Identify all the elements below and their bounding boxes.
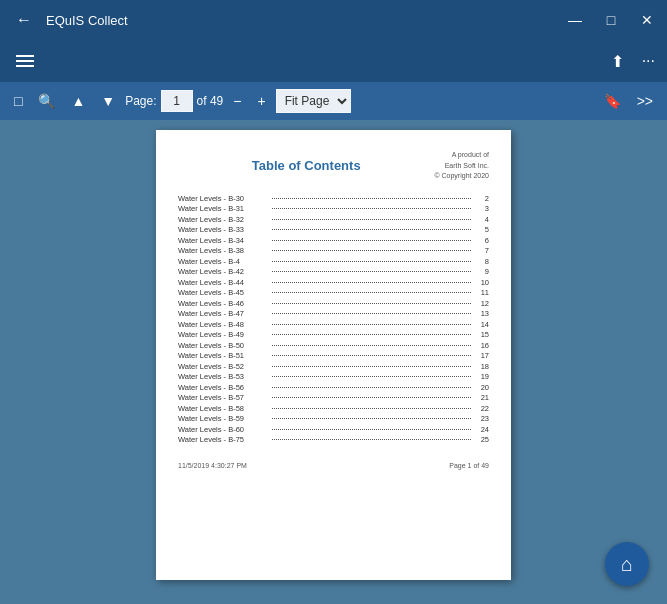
toc-label: Water Levels - B-60 (178, 425, 268, 434)
toc-label: Water Levels - B-58 (178, 404, 268, 413)
share-icon[interactable]: ⬆ (611, 52, 624, 71)
toc-label: Water Levels - B-33 (178, 225, 268, 234)
back-icon: ← (16, 11, 32, 29)
menu-bar-right: ⬆ ··· (611, 52, 655, 71)
toc-page-number: 9 (475, 267, 489, 276)
close-button[interactable]: ✕ (637, 12, 657, 28)
zoom-in-button[interactable]: + (251, 89, 271, 113)
toc-entry: Water Levels - B-5016 (178, 341, 489, 350)
toc-page-number: 6 (475, 236, 489, 245)
toc-page-number: 5 (475, 225, 489, 234)
page-navigation: Page: of 49 (125, 90, 223, 112)
toc-label: Water Levels - B-30 (178, 194, 268, 203)
toc-page-number: 13 (475, 309, 489, 318)
toolbar-more-button[interactable]: >> (631, 89, 659, 113)
down-arrow-icon: ▼ (101, 93, 115, 109)
toc-page-number: 8 (475, 257, 489, 266)
toc-label: Water Levels - B-44 (178, 278, 268, 287)
toc-dots (272, 240, 471, 241)
pdf-product-info: A product ofEarth Soft Inc.© Copyright 2… (434, 150, 489, 182)
toc-page-number: 7 (475, 246, 489, 255)
toc-dots (272, 439, 471, 440)
toc-entry: Water Levels - B-4612 (178, 299, 489, 308)
page-down-button[interactable]: ▼ (95, 89, 121, 113)
zoom-out-icon: − (233, 93, 241, 109)
toc-entry: Water Levels - B-4511 (178, 288, 489, 297)
maximize-button[interactable]: □ (601, 12, 621, 28)
toc-page-number: 24 (475, 425, 489, 434)
pdf-page: Table of Contents A product ofEarth Soft… (156, 130, 511, 580)
toc-label: Water Levels - B-75 (178, 435, 268, 444)
toc-page-number: 15 (475, 330, 489, 339)
toc-entry: Water Levels - B-5620 (178, 383, 489, 392)
pdf-header: Table of Contents A product ofEarth Soft… (178, 150, 489, 182)
toc-entry: Water Levels - B-5923 (178, 414, 489, 423)
hamburger-button[interactable] (12, 51, 38, 71)
toc-entry: Water Levels - B-5117 (178, 351, 489, 360)
page-total: of 49 (197, 94, 224, 108)
toc-dots (272, 271, 471, 272)
pdf-footer-date: 11/5/2019 4:30:27 PM (178, 462, 247, 469)
zoom-select[interactable]: Fit Page 50% 75% 100% 125% 150% (276, 89, 351, 113)
window-controls: — □ ✕ (565, 12, 657, 28)
toc-label: Water Levels - B-34 (178, 236, 268, 245)
title-bar: ← EQuIS Collect — □ ✕ (0, 0, 667, 40)
page-number-input[interactable] (161, 90, 193, 112)
menu-bar: ⬆ ··· (0, 40, 667, 82)
toc-label: Water Levels - B-56 (178, 383, 268, 392)
hamburger-line (16, 60, 34, 62)
page-up-button[interactable]: ▲ (65, 89, 91, 113)
toc-entry: Water Levels - B-313 (178, 204, 489, 213)
toc-entry: Water Levels - B-4915 (178, 330, 489, 339)
back-button[interactable]: ← (10, 6, 38, 34)
toc-entry: Water Levels - B-6024 (178, 425, 489, 434)
toc-page-number: 3 (475, 204, 489, 213)
toc-page-number: 23 (475, 414, 489, 423)
toc-page-number: 21 (475, 393, 489, 402)
toc-dots (272, 408, 471, 409)
toc-entry: Water Levels - B-7525 (178, 435, 489, 444)
toc-label: Water Levels - B-50 (178, 341, 268, 350)
toc-entry: Water Levels - B-346 (178, 236, 489, 245)
toc-dots (272, 219, 471, 220)
toc-entry: Water Levels - B-4410 (178, 278, 489, 287)
toc-dots (272, 229, 471, 230)
toc-entry: Water Levels - B-5319 (178, 372, 489, 381)
toc-entry: Water Levels - B-4713 (178, 309, 489, 318)
page-label: Page: (125, 94, 156, 108)
toc-entry: Water Levels - B-4814 (178, 320, 489, 329)
toc-page-number: 12 (475, 299, 489, 308)
toc-label: Water Levels - B-51 (178, 351, 268, 360)
home-button[interactable]: ⌂ (605, 542, 649, 586)
zoom-out-button[interactable]: − (227, 89, 247, 113)
toolbar: □ 🔍 ▲ ▼ Page: of 49 − + Fit Page 50% 75%… (0, 82, 667, 120)
toc-dots (272, 418, 471, 419)
up-arrow-icon: ▲ (71, 93, 85, 109)
bookmark-button[interactable]: 🔖 (598, 89, 627, 113)
minimize-button[interactable]: — (565, 12, 585, 28)
more-menu-icon[interactable]: ··· (642, 52, 655, 70)
toc-label: Water Levels - B-49 (178, 330, 268, 339)
toc-label: Water Levels - B-57 (178, 393, 268, 402)
toc-page-number: 22 (475, 404, 489, 413)
chevron-right-icon: >> (637, 93, 653, 109)
sidebar-toggle-button[interactable]: □ (8, 89, 28, 113)
toolbar-right: 🔖 >> (598, 89, 659, 113)
toc-label: Water Levels - B-46 (178, 299, 268, 308)
toc-dots (272, 292, 471, 293)
pdf-title: Table of Contents (178, 150, 434, 173)
toc-entry: Water Levels - B-48 (178, 257, 489, 266)
sidebar-icon: □ (14, 93, 22, 109)
toc-dots (272, 250, 471, 251)
toc-dots (272, 355, 471, 356)
toc-dots (272, 261, 471, 262)
toc-page-number: 19 (475, 372, 489, 381)
toc-entry: Water Levels - B-429 (178, 267, 489, 276)
toc-list: Water Levels - B-302Water Levels - B-313… (178, 194, 489, 445)
toc-dots (272, 387, 471, 388)
toc-label: Water Levels - B-53 (178, 372, 268, 381)
toc-label: Water Levels - B-42 (178, 267, 268, 276)
toc-dots (272, 282, 471, 283)
search-button[interactable]: 🔍 (32, 89, 61, 113)
toc-page-number: 2 (475, 194, 489, 203)
